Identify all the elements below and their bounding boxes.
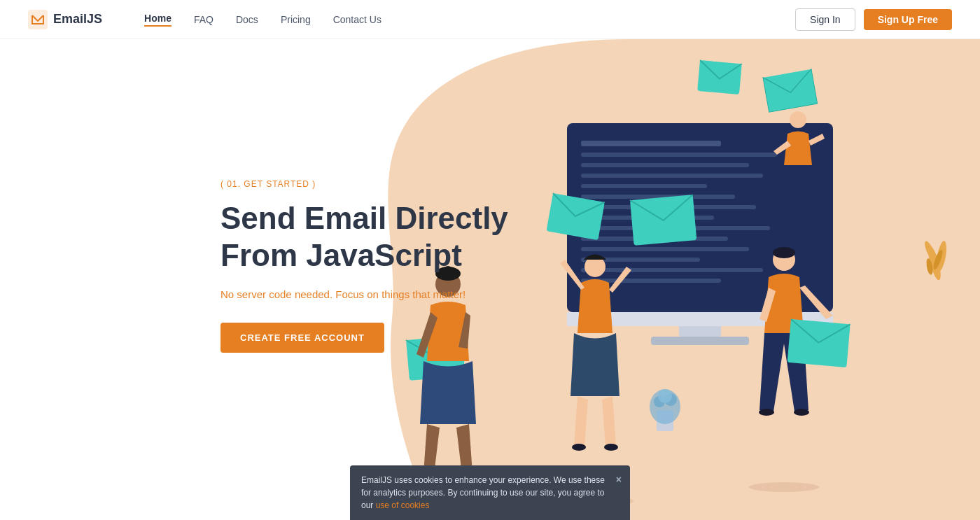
svg-rect-8 [581, 153, 777, 157]
svg-rect-26 [697, 60, 742, 94]
svg-point-37 [572, 444, 586, 451]
hero-subtitle-plain: No server code needed. Focus on [220, 288, 382, 300]
svg-rect-22 [651, 337, 749, 345]
hero-tag: ( 01. GET STARTED ) [220, 179, 508, 189]
svg-rect-17 [581, 247, 749, 251]
svg-rect-0 [28, 10, 48, 29]
svg-rect-7 [581, 141, 721, 146]
svg-rect-11 [581, 184, 707, 188]
nav-home[interactable]: Home [144, 13, 172, 27]
svg-point-38 [604, 444, 618, 451]
cookie-close-button[interactable]: × [616, 472, 622, 487]
logo-icon [28, 10, 48, 29]
hero-subtitle: No server code needed. Focus on things t… [220, 288, 508, 300]
nav-contact[interactable]: Contact Us [333, 14, 382, 25]
create-account-button[interactable]: CREATE FREE ACCOUNT [220, 323, 384, 353]
hero-subtitle-highlight: things that matter! [382, 288, 465, 300]
svg-point-51 [749, 482, 819, 492]
logo[interactable]: EmailJS [28, 10, 102, 29]
svg-rect-19 [581, 268, 763, 272]
sign-in-button[interactable]: Sign In [795, 8, 855, 31]
hero-section: ( 01. GET STARTED ) Send Email Directly … [0, 39, 980, 520]
svg-rect-10 [581, 174, 763, 178]
hero-title: Send Email Directly From JavaScript [220, 200, 508, 274]
svg-point-27 [790, 111, 806, 128]
svg-point-43 [794, 409, 809, 416]
nav-pricing[interactable]: Pricing [281, 14, 311, 25]
svg-rect-41 [788, 319, 850, 367]
nav-docs[interactable]: Docs [236, 14, 258, 25]
sign-up-button[interactable]: Sign Up Free [864, 9, 952, 30]
nav-faq[interactable]: FAQ [194, 14, 214, 25]
nav-links: Home FAQ Docs Pricing Contact Us [144, 13, 795, 27]
svg-point-40 [773, 247, 795, 258]
hero-title-line2: From JavaScript [220, 238, 462, 272]
navbar: EmailJS Home FAQ Docs Pricing Contact Us… [0, 0, 980, 39]
svg-rect-9 [581, 163, 749, 167]
brand-name: EmailJS [53, 12, 102, 27]
nav-actions: Sign In Sign Up Free [795, 8, 952, 31]
hero-title-line1: Send Email Directly [220, 201, 508, 235]
cookie-banner: EmailJS uses cookies to enhance your exp… [350, 465, 630, 520]
svg-point-42 [759, 409, 774, 416]
hero-content: ( 01. GET STARTED ) Send Email Directly … [220, 179, 508, 353]
svg-point-48 [658, 389, 672, 403]
cookie-link[interactable]: use of cookies [376, 500, 430, 510]
